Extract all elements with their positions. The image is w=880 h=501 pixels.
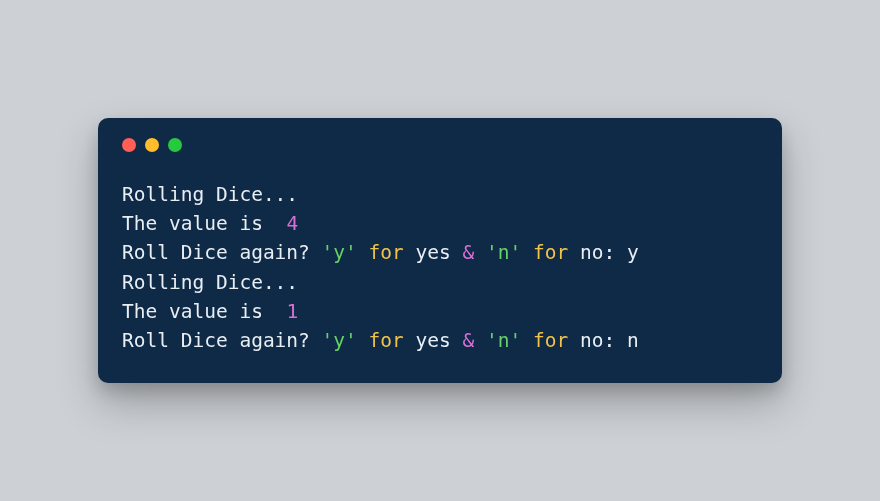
terminal-text	[474, 241, 486, 264]
terminal-text	[521, 241, 533, 264]
terminal-text: &	[463, 241, 475, 264]
terminal-line: The value is 4	[122, 209, 758, 238]
terminal-text: no: y	[568, 241, 638, 264]
terminal-text: 1	[286, 300, 298, 323]
terminal-text: The value is	[122, 300, 286, 323]
terminal-line: Rolling Dice...	[122, 180, 758, 209]
terminal-output: Rolling Dice...The value is 4Roll Dice a…	[122, 180, 758, 356]
terminal-text	[474, 329, 486, 352]
terminal-line: Rolling Dice...	[122, 268, 758, 297]
terminal-text: for	[369, 241, 404, 264]
maximize-icon[interactable]	[168, 138, 182, 152]
terminal-line: Roll Dice again? 'y' for yes & 'n' for n…	[122, 238, 758, 267]
terminal-text: no: n	[568, 329, 638, 352]
terminal-text: Rolling Dice...	[122, 271, 298, 294]
terminal-text: 'y'	[322, 241, 357, 264]
terminal-text: 'n'	[486, 329, 521, 352]
minimize-icon[interactable]	[145, 138, 159, 152]
terminal-text	[357, 241, 369, 264]
terminal-text: Rolling Dice...	[122, 183, 298, 206]
terminal-text: Roll Dice again?	[122, 241, 322, 264]
terminal-text: for	[369, 329, 404, 352]
terminal-text: 'n'	[486, 241, 521, 264]
terminal-text: Roll Dice again?	[122, 329, 322, 352]
terminal-text: 'y'	[322, 329, 357, 352]
terminal-window: Rolling Dice...The value is 4Roll Dice a…	[98, 118, 782, 384]
terminal-line: The value is 1	[122, 297, 758, 326]
close-icon[interactable]	[122, 138, 136, 152]
terminal-line: Roll Dice again? 'y' for yes & 'n' for n…	[122, 326, 758, 355]
terminal-text: yes	[404, 241, 463, 264]
terminal-text: yes	[404, 329, 463, 352]
terminal-text: for	[533, 329, 568, 352]
terminal-text: 4	[286, 212, 298, 235]
terminal-text	[357, 329, 369, 352]
terminal-text: &	[463, 329, 475, 352]
terminal-text	[521, 329, 533, 352]
terminal-text: for	[533, 241, 568, 264]
window-controls	[122, 138, 758, 152]
terminal-text: The value is	[122, 212, 286, 235]
